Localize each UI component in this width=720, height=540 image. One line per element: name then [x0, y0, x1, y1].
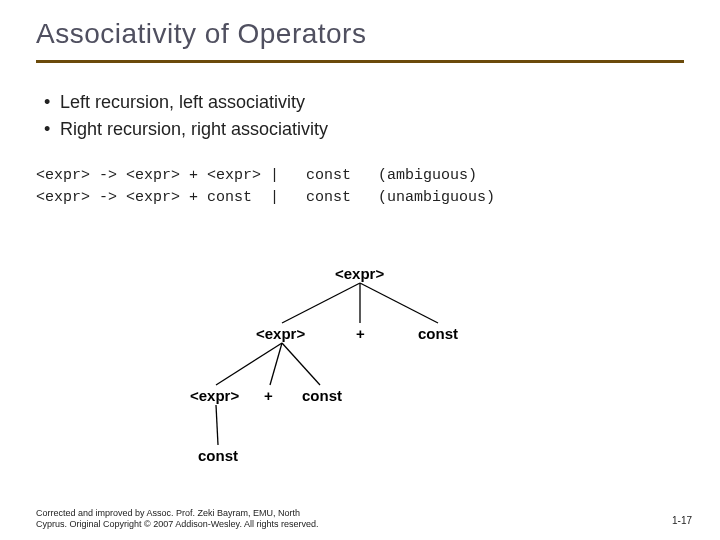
tree-node-plus: + — [264, 387, 273, 404]
grammar-line: <expr> -> <expr> + const | const (unambi… — [36, 189, 495, 206]
grammar-line: <expr> -> <expr> + <expr> | const (ambig… — [36, 167, 477, 184]
tree-node-const: const — [198, 447, 238, 464]
bullet-item: Left recursion, left associativity — [44, 89, 684, 116]
parse-tree: <expr> <expr> + const <expr> + const con… — [0, 265, 720, 495]
svg-line-0 — [282, 283, 360, 323]
page-title: Associativity of Operators — [36, 18, 684, 50]
tree-node-const: const — [302, 387, 342, 404]
tree-node-const: const — [418, 325, 458, 342]
tree-node-root: <expr> — [335, 265, 384, 282]
footer-copyright: Corrected and improved by Assoc. Prof. Z… — [36, 508, 318, 530]
footer-line: Cyprus. Original Copyright © 2007 Addiso… — [36, 519, 318, 529]
slide: Associativity of Operators Left recursio… — [0, 0, 720, 540]
footer-line: Corrected and improved by Assoc. Prof. Z… — [36, 508, 300, 518]
tree-edges — [0, 265, 720, 495]
bullet-item: Right recursion, right associativity — [44, 116, 684, 143]
tree-node-expr: <expr> — [256, 325, 305, 342]
svg-line-2 — [360, 283, 438, 323]
svg-line-6 — [216, 405, 218, 445]
tree-node-expr: <expr> — [190, 387, 239, 404]
tree-node-plus: + — [356, 325, 365, 342]
svg-line-5 — [282, 343, 320, 385]
bullet-list: Left recursion, left associativity Right… — [44, 89, 684, 143]
title-rule — [36, 60, 684, 63]
grammar-block: <expr> -> <expr> + <expr> | const (ambig… — [36, 165, 684, 209]
page-number: 1-17 — [672, 515, 692, 526]
